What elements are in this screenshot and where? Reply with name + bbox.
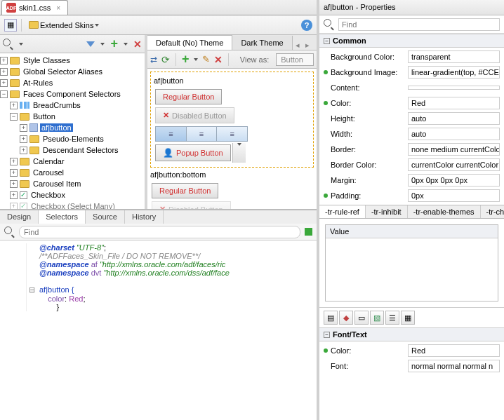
ib-icon-5[interactable]: ☰ [385,311,399,325]
preview-selector-label: af|button:bottom [150,170,314,179]
bg-color-field[interactable]: transparent [408,50,500,63]
margin-field[interactable]: 0px 0px 0px 0px [408,174,500,187]
disabled-button: ✕Disabled Button [155,107,234,123]
delete-icon[interactable]: ✕ [214,54,223,65]
doc-icon[interactable]: ▦ [4,19,17,32]
tag-icon [29,123,38,132]
changed-dot-icon [324,348,328,353]
delete-icon[interactable]: ✕ [133,39,142,50]
tab-default-theme[interactable]: Default (No) Theme [147,35,232,50]
tree-row[interactable]: +At-Rules [0,77,145,88]
code-find-input[interactable] [19,226,300,238]
file-tab[interactable]: ADF skin1.css × [1,0,68,15]
border-color-field[interactable]: currentColor currentColor cur [408,158,500,171]
tab-dark-theme[interactable]: Dark Theme [232,36,292,50]
content-field[interactable] [408,86,500,90]
ib-icon-3[interactable]: ▭ [354,311,369,325]
regular-button[interactable]: Regular Button [152,183,218,198]
bottom-editor-tabs: Design Selectors Source History [0,210,317,224]
code-editor[interactable]: @charset "UTF-8"; /**ADFFaces_Skin_File … [0,241,317,420]
ft-font-field[interactable]: normal normal normal n [408,360,500,372]
border-field[interactable]: none medium currentColor [408,143,500,156]
tab-source[interactable]: Source [86,210,125,224]
tree-row[interactable]: −Faces Component Selectors [0,88,145,100]
file-tab-label: skin1.css [19,4,51,12]
tree-row[interactable]: +Descendant Selectors [0,144,145,156]
popup-button-dropdown[interactable] [232,143,246,163]
color-field[interactable]: Red [408,97,500,109]
tab-design[interactable]: Design [0,210,39,224]
filter-icon[interactable] [86,41,95,47]
changed-dot-icon [324,101,328,105]
tree-row[interactable]: +Checkbox [0,189,145,201]
width-field[interactable]: auto [408,128,500,140]
bg-image-field[interactable]: linear-gradient(top, #CCE2F6 [408,66,500,79]
subtab-rule-ref[interactable]: -tr-rule-ref [319,205,366,218]
ib-icon-1[interactable]: ▤ [324,311,338,325]
tree-row[interactable]: +Carousel Item [0,178,145,189]
changed-dot-icon [324,70,328,74]
ib-icon-6[interactable]: ▦ [401,311,415,325]
tree-row[interactable]: +BreadCrumbs [0,100,145,111]
tab-history[interactable]: History [125,210,164,224]
tree-row[interactable]: +Global Selector Aliases [0,66,145,77]
css-file-icon: ADF [6,3,16,13]
tree-row[interactable]: +Style Classes [0,55,145,66]
theme-tabs: Default (No) Theme Dark Theme ◂ ▸ [147,35,317,50]
tree-row[interactable]: +Carousel [0,167,145,178]
regular-button[interactable]: Regular Button [155,89,222,104]
pencil-icon[interactable]: ✎ [202,54,210,65]
section-fonttext[interactable]: − Font/Text [319,327,504,341]
subtab-inhibit[interactable]: -tr-inhibit [366,205,408,218]
breadcrumbs-icon [20,102,29,109]
height-field[interactable]: auto [408,112,500,125]
person-icon: 👤 [163,148,173,158]
search-icon[interactable] [3,39,13,49]
tree-row-selected[interactable]: +af|button [0,122,145,133]
properties-title: af|button - Properties [319,0,504,15]
close-icon[interactable]: × [56,4,60,12]
extended-skins-dropdown[interactable]: Extended Skins [26,20,102,31]
value-list[interactable]: Value [325,224,498,302]
chevron-down-icon[interactable] [19,43,23,46]
back-forward-icon[interactable]: ⇄ [150,55,157,65]
tree-row[interactable]: +Pseudo-Elements [0,133,145,144]
subtab-enable-themes[interactable]: -tr-enable-themes [408,205,481,218]
chevron-down-icon [95,24,99,27]
tree-toolbar: + ✕ [0,35,145,53]
ib-icon-2[interactable]: ◆ [339,311,353,325]
search-icon[interactable] [324,19,334,29]
tab-selectors[interactable]: Selectors [39,210,86,224]
tree-row[interactable]: +Checkbox (Select Many) [0,201,145,209]
search-icon[interactable] [4,226,15,237]
view-as-dropdown[interactable]: Button [276,53,314,66]
popup-button[interactable]: 👤Popup Button [155,144,231,161]
chevron-down-icon[interactable] [100,43,105,46]
chevron-down-icon[interactable] [124,43,128,46]
ib-icon-4[interactable]: ▧ [370,311,384,325]
tree-row[interactable]: −Button [0,111,145,122]
help-icon[interactable]: ? [301,20,312,31]
tab-nav-right-icon[interactable]: ▸ [303,41,312,50]
changed-dot-icon [324,194,328,198]
section-common[interactable]: − Common [319,34,504,48]
ft-color-field[interactable]: Red [408,344,500,357]
skin-toolbar: ▦ Extended Skins ? [0,15,317,35]
tree-row[interactable]: +Calendar [0,156,145,167]
tab-nav-left-icon[interactable]: ◂ [293,41,303,50]
padding-field[interactable]: 0px [408,189,500,202]
refresh-icon[interactable]: ⟳ [161,54,170,65]
preview-selector-label: af|button [154,76,310,85]
plus-icon[interactable]: + [110,36,118,51]
collapse-icon: − [324,38,330,44]
property-icon-bar: ▤ ◆ ▭ ▧ ☰ ▦ [319,307,504,327]
value-header: Value [326,225,498,238]
properties-find-input[interactable] [338,18,500,31]
disabled-button: ✕Disabled Button [152,201,231,209]
subtab-children[interactable]: -tr-childr [481,205,504,218]
status-indicator-icon [305,228,312,236]
checkbox-icon [20,191,27,199]
preview-body: af|button Regular Button ✕Disabled Butto… [147,69,317,209]
plus-icon[interactable]: + [182,52,190,67]
segment-buttons[interactable]: ≡ ≡ ≡ [155,126,248,142]
